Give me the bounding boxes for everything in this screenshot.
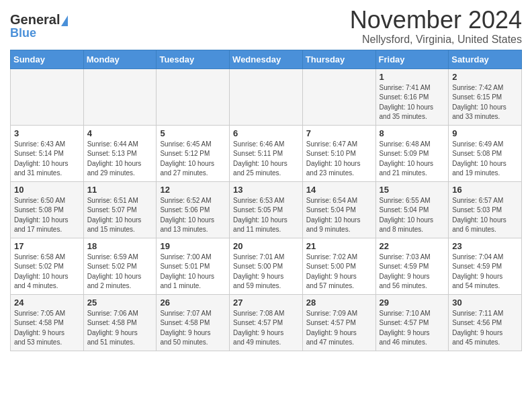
day-number: 25 <box>87 298 153 308</box>
day-number: 24 <box>14 298 80 308</box>
week-row-5: 24Sunrise: 7:05 AM Sunset: 4:58 PM Dayli… <box>11 294 522 351</box>
day-info: Sunrise: 7:42 AM Sunset: 6:15 PM Dayligh… <box>452 83 518 122</box>
day-number: 18 <box>87 241 153 251</box>
day-cell: 14Sunrise: 6:54 AM Sunset: 5:04 PM Dayli… <box>302 181 375 238</box>
day-number: 17 <box>14 241 80 251</box>
day-number: 13 <box>233 185 299 195</box>
day-info: Sunrise: 7:10 AM Sunset: 4:57 PM Dayligh… <box>380 309 445 348</box>
day-cell: 13Sunrise: 6:53 AM Sunset: 5:05 PM Dayli… <box>230 181 303 238</box>
day-info: Sunrise: 6:47 AM Sunset: 5:10 PM Dayligh… <box>306 140 372 179</box>
day-info: Sunrise: 7:05 AM Sunset: 4:58 PM Dayligh… <box>14 309 80 348</box>
day-cell: 3Sunrise: 6:43 AM Sunset: 5:14 PM Daylig… <box>11 125 84 181</box>
day-cell: 18Sunrise: 6:59 AM Sunset: 5:02 PM Dayli… <box>83 238 157 294</box>
day-info: Sunrise: 6:44 AM Sunset: 5:13 PM Dayligh… <box>87 140 153 179</box>
header-cell-tuesday: Tuesday <box>157 50 230 68</box>
day-info: Sunrise: 7:06 AM Sunset: 4:58 PM Dayligh… <box>87 309 153 348</box>
title-block: November 2024 Nellysford, Virginia, Unit… <box>350 7 522 46</box>
logo-text: General <box>10 12 68 27</box>
day-cell: 27Sunrise: 7:08 AM Sunset: 4:57 PM Dayli… <box>230 294 303 351</box>
month-title: November 2024 <box>350 7 522 34</box>
day-info: Sunrise: 6:49 AM Sunset: 5:08 PM Dayligh… <box>452 140 518 179</box>
day-number: 7 <box>306 128 372 138</box>
day-info: Sunrise: 7:01 AM Sunset: 5:00 PM Dayligh… <box>233 253 299 291</box>
day-number: 26 <box>160 298 226 308</box>
day-number: 3 <box>14 128 80 138</box>
day-number: 28 <box>306 298 372 308</box>
header-cell-sunday: Sunday <box>11 50 84 68</box>
day-number: 10 <box>14 185 80 195</box>
day-info: Sunrise: 6:51 AM Sunset: 5:07 PM Dayligh… <box>87 196 153 235</box>
day-cell: 15Sunrise: 6:55 AM Sunset: 5:04 PM Dayli… <box>375 181 449 238</box>
day-cell <box>11 68 84 125</box>
week-row-4: 17Sunrise: 6:58 AM Sunset: 5:02 PM Dayli… <box>11 238 522 294</box>
day-cell: 9Sunrise: 6:49 AM Sunset: 5:08 PM Daylig… <box>449 125 522 181</box>
day-info: Sunrise: 6:43 AM Sunset: 5:14 PM Dayligh… <box>14 140 80 179</box>
day-info: Sunrise: 6:50 AM Sunset: 5:08 PM Dayligh… <box>14 196 80 235</box>
day-info: Sunrise: 7:07 AM Sunset: 4:58 PM Dayligh… <box>160 309 226 348</box>
day-cell: 26Sunrise: 7:07 AM Sunset: 4:58 PM Dayli… <box>157 294 230 351</box>
day-info: Sunrise: 7:02 AM Sunset: 5:00 PM Dayligh… <box>306 253 372 291</box>
day-cell: 5Sunrise: 6:45 AM Sunset: 5:12 PM Daylig… <box>157 125 230 181</box>
day-number: 27 <box>233 298 299 308</box>
header-cell-thursday: Thursday <box>302 50 375 68</box>
week-row-3: 10Sunrise: 6:50 AM Sunset: 5:08 PM Dayli… <box>11 181 522 238</box>
day-number: 22 <box>380 241 445 251</box>
day-cell <box>302 68 375 125</box>
day-info: Sunrise: 6:45 AM Sunset: 5:12 PM Dayligh… <box>160 140 226 179</box>
week-row-2: 3Sunrise: 6:43 AM Sunset: 5:14 PM Daylig… <box>11 125 522 181</box>
day-cell: 12Sunrise: 6:52 AM Sunset: 5:06 PM Dayli… <box>157 181 230 238</box>
day-cell: 11Sunrise: 6:51 AM Sunset: 5:07 PM Dayli… <box>83 181 157 238</box>
logo-blue-text: Blue <box>10 26 36 40</box>
day-number: 5 <box>160 128 226 138</box>
logo-icon <box>61 15 68 26</box>
day-number: 8 <box>380 128 445 138</box>
day-cell: 28Sunrise: 7:09 AM Sunset: 4:57 PM Dayli… <box>302 294 375 351</box>
day-number: 9 <box>452 128 518 138</box>
day-cell: 21Sunrise: 7:02 AM Sunset: 5:00 PM Dayli… <box>302 238 375 294</box>
day-info: Sunrise: 6:59 AM Sunset: 5:02 PM Dayligh… <box>87 253 153 291</box>
day-info: Sunrise: 6:52 AM Sunset: 5:06 PM Dayligh… <box>160 196 226 235</box>
day-info: Sunrise: 7:41 AM Sunset: 6:16 PM Dayligh… <box>380 83 445 122</box>
header-row: SundayMondayTuesdayWednesdayThursdayFrid… <box>11 50 522 68</box>
header-cell-monday: Monday <box>83 50 157 68</box>
day-info: Sunrise: 7:11 AM Sunset: 4:56 PM Dayligh… <box>452 309 518 348</box>
day-info: Sunrise: 6:53 AM Sunset: 5:05 PM Dayligh… <box>233 196 299 235</box>
day-cell: 22Sunrise: 7:03 AM Sunset: 4:59 PM Dayli… <box>375 238 449 294</box>
day-number: 4 <box>87 128 153 138</box>
day-cell: 10Sunrise: 6:50 AM Sunset: 5:08 PM Dayli… <box>11 181 84 238</box>
day-number: 14 <box>306 185 372 195</box>
day-info: Sunrise: 6:48 AM Sunset: 5:09 PM Dayligh… <box>380 140 445 179</box>
day-info: Sunrise: 6:55 AM Sunset: 5:04 PM Dayligh… <box>380 196 445 235</box>
day-number: 29 <box>380 298 445 308</box>
day-cell: 24Sunrise: 7:05 AM Sunset: 4:58 PM Dayli… <box>11 294 84 351</box>
day-number: 30 <box>452 298 518 308</box>
day-info: Sunrise: 7:08 AM Sunset: 4:57 PM Dayligh… <box>233 309 299 348</box>
day-number: 23 <box>452 241 518 251</box>
page-header: General Blue November 2024 Nellysford, V… <box>10 7 522 46</box>
day-cell: 4Sunrise: 6:44 AM Sunset: 5:13 PM Daylig… <box>83 125 157 181</box>
calendar-table: SundayMondayTuesdayWednesdayThursdayFrid… <box>10 50 522 351</box>
header-cell-saturday: Saturday <box>449 50 522 68</box>
day-number: 21 <box>306 241 372 251</box>
day-number: 1 <box>380 72 445 82</box>
day-info: Sunrise: 7:04 AM Sunset: 4:59 PM Dayligh… <box>452 253 518 291</box>
day-number: 11 <box>87 185 153 195</box>
day-number: 15 <box>380 185 445 195</box>
day-cell: 7Sunrise: 6:47 AM Sunset: 5:10 PM Daylig… <box>302 125 375 181</box>
day-cell: 2Sunrise: 7:42 AM Sunset: 6:15 PM Daylig… <box>449 68 522 125</box>
day-number: 20 <box>233 241 299 251</box>
day-cell: 25Sunrise: 7:06 AM Sunset: 4:58 PM Dayli… <box>83 294 157 351</box>
day-number: 6 <box>233 128 299 138</box>
day-cell: 6Sunrise: 6:46 AM Sunset: 5:11 PM Daylig… <box>230 125 303 181</box>
day-info: Sunrise: 7:09 AM Sunset: 4:57 PM Dayligh… <box>306 309 372 348</box>
week-row-1: 1Sunrise: 7:41 AM Sunset: 6:16 PM Daylig… <box>11 68 522 125</box>
day-number: 2 <box>452 72 518 82</box>
day-cell: 1Sunrise: 7:41 AM Sunset: 6:16 PM Daylig… <box>375 68 449 125</box>
day-info: Sunrise: 7:00 AM Sunset: 5:01 PM Dayligh… <box>160 253 226 291</box>
header-cell-friday: Friday <box>375 50 449 68</box>
day-cell: 8Sunrise: 6:48 AM Sunset: 5:09 PM Daylig… <box>375 125 449 181</box>
day-cell <box>83 68 157 125</box>
day-cell: 17Sunrise: 6:58 AM Sunset: 5:02 PM Dayli… <box>11 238 84 294</box>
location-title: Nellysford, Virginia, United States <box>350 34 522 46</box>
day-cell <box>157 68 230 125</box>
